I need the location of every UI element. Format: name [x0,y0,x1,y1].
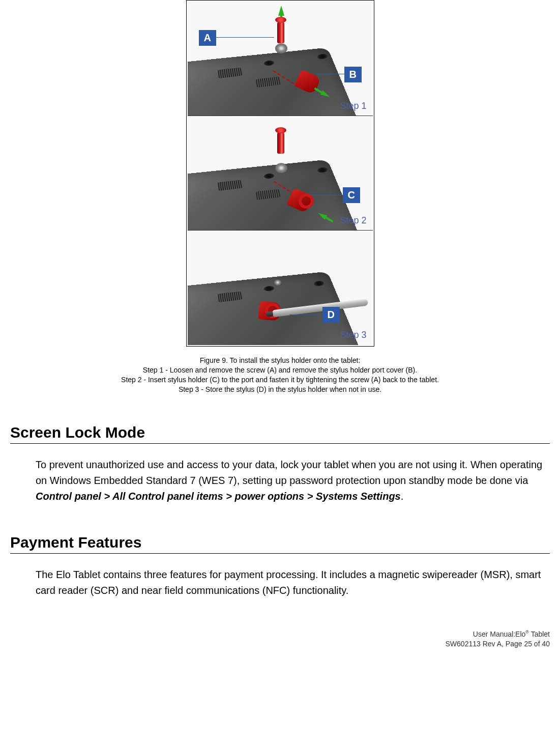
label-c: C [343,187,360,203]
page-footer: User Manual:Elo® Tablet SW602113 Rev A, … [10,629,550,649]
caption-step-2: Step 2 - Insert stylus holder (C) to the… [121,376,439,384]
footer-line2: SW602113 Rev A, Page 25 of 40 [446,640,550,648]
figure-step-1-image: A B Step 1 [188,2,373,116]
figure-step-2-image: C Step 2 [188,116,373,231]
label-a: A [199,30,216,46]
footer-registered-symbol: ® [525,630,529,635]
caption-step-3: Step 3 - Store the stylus (D) in the sty… [179,385,381,393]
step-label-2: Step 2 [340,215,367,226]
payment-paragraph: The Elo Tablet contains three features f… [36,567,550,598]
screen-lock-path: Control panel > All Control panel items … [36,491,401,502]
label-d: D [322,307,340,323]
step-label-3: Step 3 [340,330,367,340]
figure-step-3-image: D Step 3 [188,231,373,345]
figure-caption: Figure 9. To install the stylus holder o… [10,356,550,394]
caption-title: Figure 9. To install the stylus holder o… [200,356,361,364]
caption-step-1: Step 1 - Loosen and remove the screw (A)… [143,366,417,374]
screen-lock-pre: To prevent unauthorized use and access t… [36,459,542,486]
footer-line1-pre: User Manual:Elo [473,630,526,638]
footer-line1-post: Tablet [529,630,550,638]
screen-lock-post: . [401,491,404,502]
label-b: B [344,67,362,82]
heading-screen-lock-mode: Screen Lock Mode [10,424,550,444]
screen-lock-paragraph: To prevent unauthorized use and access t… [36,457,550,504]
figure-9: A B Step 1 C Step 2 D St [186,0,374,347]
step-label-1: Step 1 [340,101,367,111]
heading-payment-features: Payment Features [10,534,550,554]
